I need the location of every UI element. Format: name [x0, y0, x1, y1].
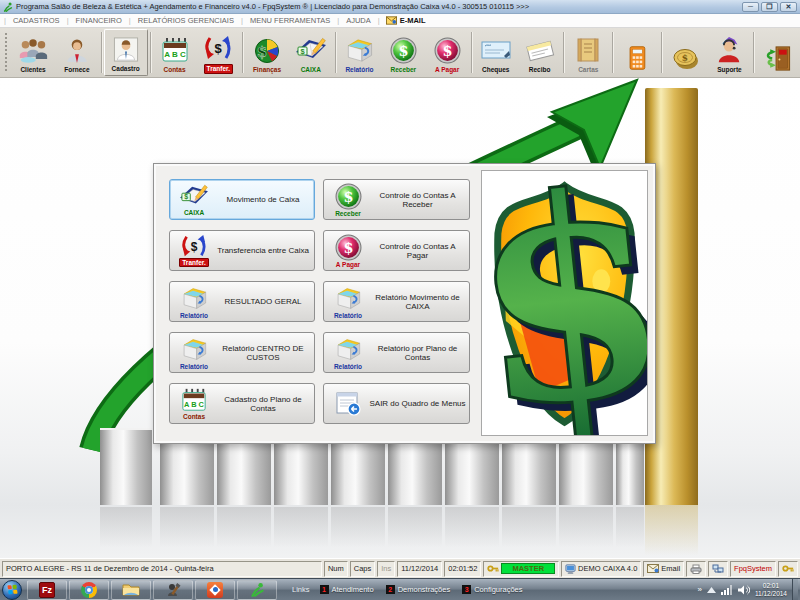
- cashbook-icon: $ CAIXA: [173, 183, 215, 216]
- filezilla-icon: Fz: [39, 582, 55, 598]
- status-user: MASTER: [483, 561, 559, 577]
- taskbar-app-explorer[interactable]: [111, 580, 151, 600]
- toolbar-overflow-chevron[interactable]: »: [697, 585, 701, 594]
- toolbar-grip[interactable]: [4, 32, 9, 73]
- toolbar-label: Cartas: [578, 66, 598, 74]
- menu-item-relatorios[interactable]: RELATÓRIOS GERENCIAIS: [131, 16, 241, 25]
- toolbar-button-suporte[interactable]: Suporte: [708, 29, 752, 76]
- menubar: | CADASTROS | FINANCEIRO | RELATÓRIOS GE…: [0, 14, 800, 28]
- status-email[interactable]: Email: [643, 561, 684, 577]
- toolbar-button-moeda[interactable]: $: [664, 29, 708, 76]
- finance-pie-icon: $: [252, 34, 282, 66]
- support-icon: [715, 34, 743, 66]
- toolbar-button-cartas[interactable]: Cartas: [566, 29, 610, 76]
- dialog-button-transferencia[interactable]: $ Tranfer. Transferencia entre Caixa: [169, 230, 315, 271]
- status-network[interactable]: [708, 561, 728, 577]
- toolbar-separator: [242, 32, 243, 73]
- main-area: $ CAIXA Movimento de Caixa $ Receber Con…: [0, 78, 800, 558]
- dialog-button-resultado-geral[interactable]: Relatório RESULTADO GERAL: [169, 281, 315, 322]
- toolbar-separator: [612, 32, 613, 73]
- menu-item-cadastros[interactable]: CADASTROS: [6, 16, 67, 25]
- taskbar-app-chrome[interactable]: [69, 580, 109, 600]
- receive-dollar-icon: $: [390, 34, 417, 66]
- menu-item-ajuda[interactable]: AJUDA: [339, 16, 378, 25]
- dialog-button-contas-a-receber[interactable]: $ Receber Controle do Contas A Receber: [323, 179, 470, 220]
- svg-text:$: $: [343, 238, 353, 255]
- toolbar-button-calculadora[interactable]: [615, 29, 659, 76]
- button-label: Transferencia entre Caixa: [215, 246, 311, 255]
- network-icon: [712, 564, 724, 574]
- network-signal-icon[interactable]: [721, 585, 733, 595]
- taskbar-app-editor[interactable]: [153, 580, 193, 600]
- toolbar-button-recibo[interactable]: Recibo: [518, 29, 562, 76]
- link-configuracoes[interactable]: 3 Configurações: [462, 585, 522, 594]
- folder-icon: [122, 582, 140, 597]
- report-icon: Relatório: [327, 336, 369, 370]
- taskbar: Fz Links 1 Atendimento 2 Demonstrações 3…: [0, 578, 800, 600]
- menu-item-email[interactable]: E-MAIL: [380, 16, 432, 25]
- close-button[interactable]: ✕: [780, 2, 797, 12]
- svg-text:$: $: [343, 187, 353, 204]
- start-button[interactable]: [2, 580, 22, 600]
- toolbar-button-apagar[interactable]: $ A Pagar: [425, 29, 469, 76]
- menu-item-financeiro[interactable]: FINANCEIRO: [69, 16, 129, 25]
- menu-item-ferramentas[interactable]: MENU FERRAMENTAS: [243, 16, 337, 25]
- button-label: SAIR do Quadro de Menus: [369, 399, 466, 408]
- toolbar-button-relatorio[interactable]: Relatório: [338, 29, 382, 76]
- calculator-icon: [624, 42, 650, 74]
- clock-date: 11/12/2014: [755, 590, 787, 597]
- dialog-button-rel-plano-contas[interactable]: Relatório Relatório por Plano de Contas: [323, 332, 470, 373]
- svg-text:$: $: [257, 43, 267, 61]
- window-titlebar[interactable]: Programa Salão de Beleza & Estética + Ag…: [0, 0, 800, 14]
- cashbook-icon: $: [294, 34, 328, 66]
- minimize-button[interactable]: ─: [742, 2, 759, 12]
- toolbar-button-sair[interactable]: [756, 29, 800, 76]
- show-hidden-icons-chevron[interactable]: [707, 587, 716, 593]
- button-badge: Relatório: [334, 363, 362, 370]
- computer-icon: [565, 564, 576, 574]
- dollar-shield-image: $ $: [481, 170, 648, 436]
- dialog-button-movimento-caixa[interactable]: $ CAIXA Movimento de Caixa: [169, 179, 315, 220]
- email-icon: [386, 16, 397, 25]
- status-caps-lock: Caps: [350, 561, 376, 577]
- link-demonstracoes[interactable]: 2 Demonstrações: [386, 585, 451, 594]
- toolbar-separator: [101, 32, 102, 73]
- dialog-button-rel-centro-custos[interactable]: Relatório Relatório CENTRO DE CUSTOS: [169, 332, 315, 373]
- toolbar-button-cadastro[interactable]: Cadastro: [104, 29, 148, 76]
- taskbar-clock[interactable]: 02:01 11/12/2014: [755, 582, 787, 598]
- button-badge: Relatório: [334, 312, 362, 319]
- dialog-button-contas-a-pagar[interactable]: $ A Pagar Controle do Contas A Pagar: [323, 230, 470, 271]
- toolbar-button-caixa[interactable]: $ CAIXA: [289, 29, 333, 76]
- cheques-icon: [480, 34, 512, 66]
- key-icon: [487, 564, 499, 573]
- toolbar-button-receber[interactable]: $ Receber: [381, 29, 425, 76]
- dialog-button-rel-movimento-caixa[interactable]: Relatório Relatório Movimento de CAIXA: [323, 281, 470, 322]
- pay-dollar-icon: $: [434, 34, 461, 66]
- restore-button[interactable]: ❐: [761, 2, 778, 12]
- show-desktop-button[interactable]: [792, 579, 798, 600]
- link-atendimento[interactable]: 1 Atendimento: [320, 585, 374, 594]
- button-badge: Contas: [183, 413, 205, 420]
- status-num-lock: Num: [324, 561, 348, 577]
- chrome-icon: [81, 582, 97, 598]
- button-badge: Tranfer.: [179, 258, 208, 267]
- coin-icon: $: [671, 42, 701, 74]
- exit-menu-window-icon: [327, 391, 369, 417]
- volume-icon[interactable]: [738, 585, 750, 595]
- receive-dollar-icon: $ Receber: [327, 183, 369, 217]
- status-printer[interactable]: [686, 561, 706, 577]
- toolbar-label: Cheques: [482, 66, 509, 74]
- toolbar-label: Cadastro: [112, 65, 140, 73]
- toolbar-button-clientes[interactable]: Clientes: [11, 29, 55, 76]
- dialog-button-sair-menus[interactable]: SAIR do Quadro de Menus: [323, 383, 470, 424]
- toolbar-button-fornecedor[interactable]: Fornece: [55, 29, 99, 76]
- link-number-icon: 2: [386, 585, 395, 594]
- toolbar-button-cheques[interactable]: Cheques: [474, 29, 518, 76]
- taskbar-app-filezilla[interactable]: Fz: [27, 580, 67, 600]
- toolbar-button-financas[interactable]: $ Finanças: [245, 29, 289, 76]
- taskbar-app-photo-viewer[interactable]: [195, 580, 235, 600]
- dialog-button-cadastro-plano-contas[interactable]: A B C Contas Cadastro do Plano de Contas: [169, 383, 315, 424]
- taskbar-app-fpqsystem[interactable]: [237, 580, 277, 600]
- toolbar-button-contas[interactable]: A B C Contas: [153, 29, 197, 76]
- toolbar-button-transferencia[interactable]: $ Tranfer.: [196, 29, 240, 76]
